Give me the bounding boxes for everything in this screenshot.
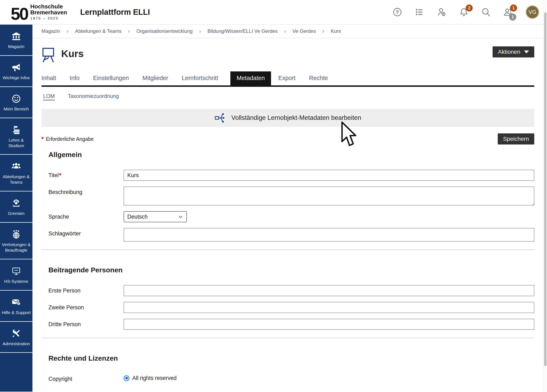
- search-button[interactable]: [481, 7, 491, 17]
- zweite-person-input[interactable]: [124, 302, 534, 313]
- form-row-titel: Titel*: [41, 170, 534, 181]
- sidebar-item-lehre-studium[interactable]: Lehre & Studium: [0, 118, 33, 155]
- tab-export[interactable]: Export: [278, 71, 296, 85]
- svg-text:?: ?: [18, 302, 20, 305]
- tab-bar: Inhalt Info Einstellungen Mitglieder Ler…: [41, 71, 534, 87]
- tab-lernfortschritt[interactable]: Lernfortschritt: [182, 71, 218, 85]
- tab-inhalt[interactable]: Inhalt: [41, 71, 56, 85]
- sidebar-item-vertretungen[interactable]: Vertretungen & Beauftragte: [0, 223, 33, 259]
- breadcrumb-item[interactable]: Bildung/Wissen/ELLI Ve Gerdes: [208, 28, 278, 34]
- contacts-button[interactable]: 1 1: [504, 7, 513, 17]
- edit-full-metadata-banner[interactable]: Vollständige Lernobjekt-Metadaten bearbe…: [41, 109, 534, 127]
- required-hint: Erforderliche Angabe: [46, 136, 94, 142]
- chevron-right-icon: ›: [284, 28, 286, 34]
- actions-button[interactable]: Aktionen: [492, 46, 534, 57]
- chevron-right-icon: ›: [128, 28, 130, 34]
- copyright-radio-selected[interactable]: [124, 375, 129, 381]
- form-row-beschreibung: Beschreibung: [41, 187, 534, 205]
- erste-person-input[interactable]: [124, 285, 534, 296]
- tab-rechte[interactable]: Rechte: [309, 71, 328, 85]
- sidebar-item-mein-bereich[interactable]: Mein Bereich: [0, 87, 33, 118]
- vertical-scrollbar[interactable]: [544, 0, 547, 392]
- sprache-selected-value: Deutsch: [127, 214, 148, 220]
- logo-name-line2: Bremerhaven: [30, 10, 67, 16]
- tab-mitglieder[interactable]: Mitglieder: [142, 71, 168, 85]
- sprache-select[interactable]: Deutsch: [124, 211, 187, 222]
- course-icon: [41, 46, 55, 63]
- globe-people-icon: [12, 230, 21, 239]
- top-header: 50 Hochschule Bremerhaven 1975 – 2025 Le…: [0, 0, 547, 25]
- sidebar-item-label: Mein Bereich: [4, 106, 29, 112]
- page-content: Kurs Aktionen Inhalt Info Einstellungen …: [33, 38, 547, 388]
- monitor-icon: [12, 266, 21, 276]
- breadcrumb-item[interactable]: Ve Gerdes: [293, 28, 316, 34]
- logo-50: 50: [11, 7, 28, 21]
- tab-metadaten[interactable]: Metadaten: [230, 71, 271, 85]
- dritte-person-input[interactable]: [124, 319, 534, 330]
- logo-years: 1975 – 2025: [30, 17, 67, 20]
- copyright-label: Copyright: [41, 373, 124, 382]
- sidebar-item-gremien[interactable]: Gremien: [0, 191, 33, 223]
- sidebar-item-magazin[interactable]: Magazin: [0, 25, 33, 56]
- svg-text:?: ?: [396, 9, 399, 15]
- form-row-schlagwoerter: Schlagwörter: [41, 228, 534, 242]
- breadcrumb-item[interactable]: Kurs: [331, 28, 341, 34]
- user-avatar[interactable]: VG: [526, 5, 539, 19]
- tab-info[interactable]: Info: [70, 71, 79, 85]
- breadcrumb-item[interactable]: Magazin: [41, 28, 60, 34]
- main-sidebar: Magazin Wichtige Infos Mein Bereich: [0, 25, 33, 392]
- chevron-right-icon: ›: [322, 28, 324, 34]
- todo-list-button[interactable]: [415, 7, 424, 17]
- help-button[interactable]: ?: [393, 7, 402, 17]
- copyright-option-label: All rights reserved: [132, 375, 177, 381]
- notifications-badge: 2: [466, 5, 473, 12]
- metadata-hub-icon: [215, 112, 226, 123]
- beschreibung-textarea[interactable]: [124, 187, 534, 205]
- scrollbar-thumb[interactable]: [544, 12, 547, 366]
- breadcrumb-item[interactable]: Abteilungen & Teams: [75, 28, 121, 34]
- sidebar-item-label: Abteilungen & Teams: [1, 174, 31, 185]
- logo-name-line1: Hochschule: [30, 4, 67, 10]
- sidebar-item-wichtige-infos[interactable]: Wichtige Infos: [0, 56, 33, 87]
- awareness-button[interactable]: [437, 7, 446, 17]
- header-icon-bar: ?: [393, 5, 539, 19]
- books-icon: [12, 125, 21, 135]
- sidebar-item-abteilungen-teams[interactable]: Abteilungen & Teams: [0, 155, 33, 191]
- caret-down-icon: [524, 50, 529, 53]
- sidebar-item-administration[interactable]: Administration: [0, 322, 33, 353]
- chevron-right-icon: ›: [67, 28, 68, 34]
- form-row-copyright: Copyright All rights reserved: [41, 373, 534, 382]
- tools-icon: [12, 329, 21, 338]
- sidebar-item-label: Lehre & Studium: [1, 137, 31, 149]
- app-title: Lernplattform ELLI: [80, 8, 150, 17]
- sidebar-item-hilfe-support[interactable]: ? Hilfe & Support: [0, 291, 33, 322]
- save-button[interactable]: Speichern: [498, 133, 534, 144]
- sidebar-item-label: HS-Systeme: [4, 279, 28, 284]
- contacts-badge-new: 1: [510, 5, 517, 12]
- section-divider: [41, 338, 534, 338]
- breadcrumb-item[interactable]: Organisationsentwicklung: [136, 28, 192, 34]
- chevron-down-icon: [178, 214, 183, 219]
- subtab-taxonomiezuordnung[interactable]: Taxonomiezuordnung: [68, 93, 119, 99]
- sidebar-item-label: Wichtige Infos: [3, 75, 30, 81]
- sprache-label: Sprache: [41, 211, 124, 220]
- beschreibung-label: Beschreibung: [41, 187, 124, 195]
- university-logo[interactable]: 50 Hochschule Bremerhaven 1975 – 2025: [11, 4, 67, 20]
- titel-input[interactable]: [124, 170, 534, 181]
- form-row-erste-person: Erste Person: [41, 285, 534, 296]
- sidebar-item-label: Administration: [2, 341, 30, 347]
- banner-label: Vollständige Lernobjekt-Metadaten bearbe…: [231, 114, 361, 122]
- smiley-icon: [12, 94, 21, 103]
- tab-einstellungen[interactable]: Einstellungen: [93, 71, 129, 85]
- form-row-dritte-person: Dritte Person: [41, 319, 534, 330]
- sidebar-item-label: Gremien: [8, 211, 25, 216]
- notifications-button[interactable]: 2: [459, 7, 469, 17]
- schlagwoerter-input[interactable]: [124, 228, 534, 242]
- sidebar-item-hs-systeme[interactable]: HS-Systeme: [0, 259, 33, 291]
- subtab-bar: LOM Taxonomiezuordnung: [41, 93, 534, 99]
- section-heading-beitragende: Beitragende Personen: [48, 266, 534, 274]
- required-asterisk: *: [59, 172, 62, 178]
- form-row-sprache: Sprache Deutsch: [41, 211, 534, 222]
- breadcrumb: Magazin› Abteilungen & Teams› Organisati…: [33, 25, 547, 38]
- subtab-lom[interactable]: LOM: [43, 93, 55, 99]
